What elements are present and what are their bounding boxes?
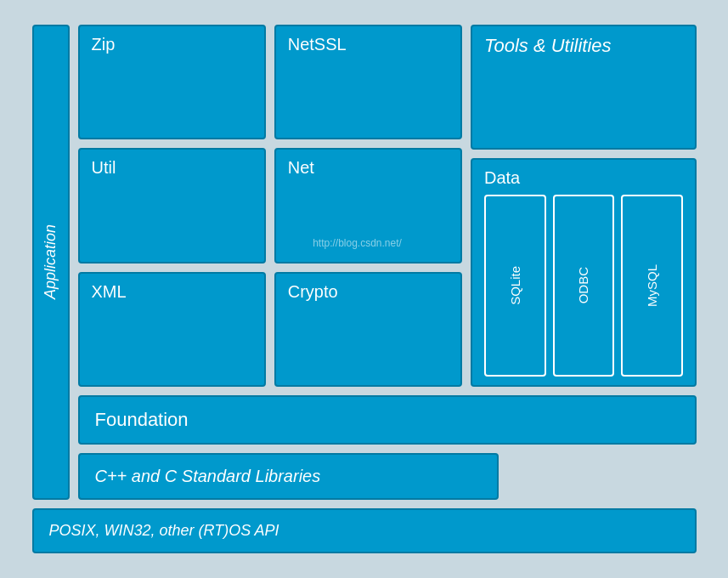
util-tile: Util: [78, 148, 266, 263]
crypto-label: Crypto: [288, 282, 338, 302]
sqlite-label: SQLite: [508, 266, 522, 305]
foundation-label: Foundation: [95, 409, 189, 430]
col-middle: NetSSL Net Crypto: [274, 25, 462, 387]
inner-body: Zip Util XML NetSSL Net: [78, 25, 697, 500]
col-left: Zip Util XML: [78, 25, 266, 387]
netssl-label: NetSSL: [288, 35, 347, 54]
mysql-tile: MySQL: [621, 195, 683, 377]
xml-tile: XML: [78, 272, 266, 387]
sqlite-tile: SQLite: [484, 195, 546, 377]
data-tile: Data SQLite ODBC MySQL: [471, 158, 697, 387]
architecture-diagram: Application Zip Util XML: [20, 13, 708, 565]
application-text: Application: [42, 224, 59, 299]
data-title: Data: [484, 168, 683, 188]
application-label: Application: [32, 25, 70, 500]
posix-tile: POSIX, WIN32, other (RT)OS API: [32, 508, 697, 553]
stdlib-tile: C++ and C Standard Libraries: [78, 453, 499, 500]
zip-label: Zip: [92, 35, 116, 54]
netssl-tile: NetSSL: [274, 25, 462, 139]
odbc-label: ODBC: [576, 267, 590, 303]
data-sub-tiles: SQLite ODBC MySQL: [484, 195, 683, 377]
zip-tile: Zip: [78, 25, 266, 139]
net-tile: Net: [274, 148, 462, 263]
net-label: Net: [288, 158, 314, 178]
posix-label: POSIX, WIN32, other (RT)OS API: [49, 522, 279, 539]
util-label: Util: [92, 158, 116, 178]
top-grid-wrapper: Zip Util XML NetSSL Net: [78, 25, 697, 387]
tools-label: Tools & Utilities: [484, 35, 612, 57]
xml-label: XML: [92, 282, 127, 302]
tools-tile: Tools & Utilities: [471, 25, 697, 150]
odbc-tile: ODBC: [553, 195, 615, 377]
mysql-label: MySQL: [645, 264, 659, 307]
foundation-tile: Foundation: [78, 395, 697, 445]
stdlib-label: C++ and C Standard Libraries: [95, 467, 321, 485]
col-right: Tools & Utilities Data SQLite ODBC: [471, 25, 697, 387]
crypto-tile: Crypto: [274, 272, 462, 387]
